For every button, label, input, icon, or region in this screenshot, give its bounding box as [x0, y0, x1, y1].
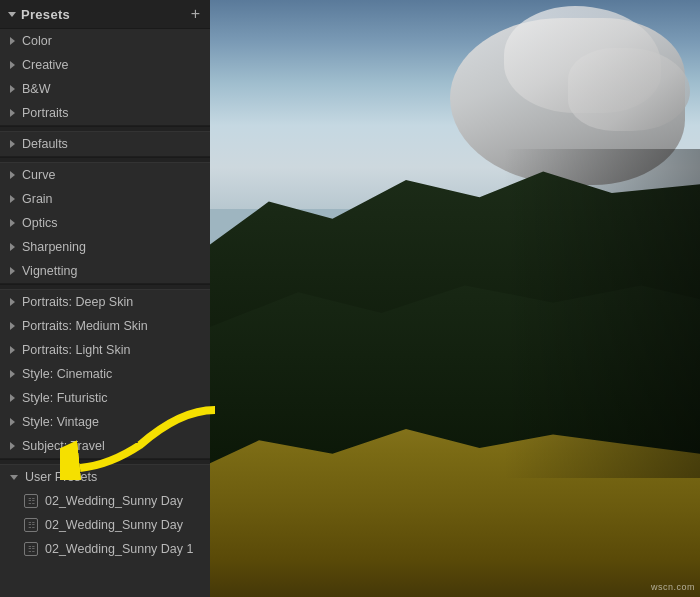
- preset-item-bw[interactable]: B&W: [0, 77, 210, 101]
- preset-item-style-vintage[interactable]: Style: Vintage: [0, 410, 210, 434]
- preset-item-optics[interactable]: Optics: [0, 211, 210, 235]
- arrow-icon: [10, 219, 15, 227]
- preset-label: Style: Vintage: [22, 415, 99, 429]
- preset-item-portraits-deep[interactable]: Portraits: Deep Skin: [0, 290, 210, 314]
- sidebar-collapse-icon[interactable]: [8, 12, 16, 17]
- arrow-icon: [10, 243, 15, 251]
- preset-item-defaults[interactable]: Defaults: [0, 132, 210, 156]
- preset-group-3: Curve Grain Optics Sharpening Vignetting: [0, 163, 210, 284]
- preset-file-wedding-2[interactable]: ☷ 02_Wedding_Sunny Day: [0, 513, 210, 537]
- preset-label: Optics: [22, 216, 57, 230]
- arrow-icon: [10, 61, 15, 69]
- preset-label: Vignetting: [22, 264, 77, 278]
- sidebar-header: Presets +: [0, 0, 210, 29]
- preset-group-1: Color Creative B&W Portraits: [0, 29, 210, 126]
- arrow-icon: [10, 140, 15, 148]
- arrow-icon: [10, 195, 15, 203]
- preset-label: Portraits: Light Skin: [22, 343, 130, 357]
- arrow-icon: [10, 394, 15, 402]
- preset-group-user: User Presets ☷ 02_Wedding_Sunny Day ☷ 02…: [0, 465, 210, 561]
- preset-item-style-cinematic[interactable]: Style: Cinematic: [0, 362, 210, 386]
- preset-label: Creative: [22, 58, 69, 72]
- preset-file-icon: ☷: [24, 518, 38, 532]
- preset-file-wedding-3[interactable]: ☷ 02_Wedding_Sunny Day 1: [0, 537, 210, 561]
- preset-file-icon: ☷: [24, 542, 38, 556]
- preset-label: Subject: Travel: [22, 439, 105, 453]
- preset-label: Portraits: [22, 106, 69, 120]
- preset-item-color[interactable]: Color: [0, 29, 210, 53]
- preset-label: 02_Wedding_Sunny Day: [45, 494, 183, 508]
- presets-sidebar: Presets + Color Creative B&W Portraits: [0, 0, 210, 597]
- sidebar-title: Presets: [21, 7, 70, 22]
- preset-file-icon: ☷: [24, 494, 38, 508]
- arrow-icon: [10, 370, 15, 378]
- preset-item-sharpening[interactable]: Sharpening: [0, 235, 210, 259]
- arrow-down-icon: [10, 475, 18, 480]
- preset-label: Grain: [22, 192, 53, 206]
- preset-group-4: Portraits: Deep Skin Portraits: Medium S…: [0, 290, 210, 459]
- arrow-icon: [10, 85, 15, 93]
- preset-label: B&W: [22, 82, 50, 96]
- mountain-shadow: [504, 149, 700, 477]
- preset-item-subject-travel[interactable]: Subject: Travel: [0, 434, 210, 458]
- arrow-icon: [10, 322, 15, 330]
- preset-label: Portraits: Medium Skin: [22, 319, 148, 333]
- arrow-icon: [10, 109, 15, 117]
- presets-list: Color Creative B&W Portraits Defaults: [0, 29, 210, 597]
- preset-item-portraits-medium[interactable]: Portraits: Medium Skin: [0, 314, 210, 338]
- preset-item-portraits[interactable]: Portraits: [0, 101, 210, 125]
- sidebar-header-left: Presets: [8, 7, 70, 22]
- preset-item-style-futuristic[interactable]: Style: Futuristic: [0, 386, 210, 410]
- preset-item-vignetting[interactable]: Vignetting: [0, 259, 210, 283]
- preset-label: User Presets: [25, 470, 97, 484]
- preset-item-grain[interactable]: Grain: [0, 187, 210, 211]
- photo-area: wscn.com: [210, 0, 700, 597]
- arrow-icon: [10, 171, 15, 179]
- arrow-icon: [10, 418, 15, 426]
- preset-file-wedding-1[interactable]: ☷ 02_Wedding_Sunny Day: [0, 489, 210, 513]
- add-preset-button[interactable]: +: [191, 6, 200, 22]
- arrow-icon: [10, 298, 15, 306]
- preset-item-curve[interactable]: Curve: [0, 163, 210, 187]
- arrow-icon: [10, 442, 15, 450]
- preset-label: Portraits: Deep Skin: [22, 295, 133, 309]
- preset-item-creative[interactable]: Creative: [0, 53, 210, 77]
- preset-group-2: Defaults: [0, 132, 210, 157]
- preset-label: Style: Cinematic: [22, 367, 112, 381]
- watermark: wscn.com: [651, 582, 695, 592]
- preset-label: Style: Futuristic: [22, 391, 107, 405]
- preset-label: Curve: [22, 168, 55, 182]
- cloud-tertiary: [568, 48, 691, 132]
- preset-label: 02_Wedding_Sunny Day 1: [45, 542, 194, 556]
- preset-label: Sharpening: [22, 240, 86, 254]
- landscape-photo: [210, 0, 700, 597]
- arrow-icon: [10, 267, 15, 275]
- arrow-icon: [10, 346, 15, 354]
- preset-label: 02_Wedding_Sunny Day: [45, 518, 183, 532]
- arrow-icon: [10, 37, 15, 45]
- preset-item-portraits-light[interactable]: Portraits: Light Skin: [0, 338, 210, 362]
- preset-item-user-presets[interactable]: User Presets: [0, 465, 210, 489]
- preset-label: Defaults: [22, 137, 68, 151]
- preset-label: Color: [22, 34, 52, 48]
